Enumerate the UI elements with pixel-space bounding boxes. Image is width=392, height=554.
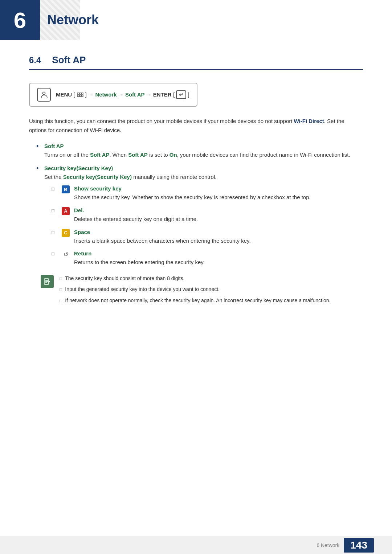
note-bullet-1: □ — [60, 275, 62, 282]
sub-label-showkey: Show security key — [74, 185, 122, 192]
svg-rect-3 — [82, 93, 83, 94]
page-footer: 6 Network 143 — [0, 536, 392, 554]
footer-text: 6 Network — [317, 542, 339, 548]
note-box: □ The security key should consist of mor… — [41, 274, 363, 307]
bullet-item-softap: Soft AP Turns on or off the Soft AP. Whe… — [36, 143, 363, 160]
sub-list: □ B Show security key Shows the security… — [52, 185, 363, 267]
enter-bracket: [ — [173, 91, 175, 98]
softap-bold2: Soft AP — [128, 152, 148, 158]
bullet-list: Soft AP Turns on or off the Soft AP. Whe… — [36, 143, 363, 308]
arrow2: → — [118, 91, 125, 98]
bullet-desc-softap: Turns on or off the Soft AP. When Soft A… — [44, 151, 363, 160]
sub-content-return: Return Returns to the screen before ente… — [74, 250, 363, 267]
note-icon — [41, 275, 54, 288]
sub-item-del: □ A Del. Deletes the entered security ke… — [52, 207, 363, 224]
on-bold: On — [170, 152, 177, 158]
svg-rect-2 — [79, 93, 81, 94]
bullet-item-securitykey: Security key(Security Key) Set the Secur… — [36, 165, 363, 307]
svg-rect-5 — [79, 95, 81, 97]
note-items: □ The security key should consist of mor… — [60, 274, 363, 307]
sub-item-return: □ ↺ Return Returns to the screen before … — [52, 250, 363, 267]
sub-desc-return: Returns to the screen before entering th… — [74, 258, 363, 267]
menu-path-box: MENU [ ] → Network → Soft AP → ENTER — [29, 83, 197, 107]
menu-icon — [37, 88, 51, 102]
sub-label-return: Return — [74, 250, 91, 257]
menu-path-text: MENU [ ] → Network → Soft AP → ENTER — [56, 90, 189, 99]
sub-content-showkey: Show security key Shows the security key… — [74, 185, 363, 202]
note-text-1: The security key should consist of more … — [65, 274, 184, 282]
chapter-title: Network — [47, 12, 99, 28]
badge-c: C — [62, 229, 70, 237]
chapter-box: 6 — [0, 0, 40, 40]
section-title: Soft AP — [52, 54, 86, 66]
sub-item-space: □ C Space Inserts a blank space between … — [52, 229, 363, 246]
softap-bold1: Soft AP — [90, 152, 110, 158]
sub-desc-showkey: Shows the security key. Whether to show … — [74, 193, 363, 202]
note-item-1: □ The security key should consist of mor… — [60, 274, 363, 282]
note-bullet-2: □ — [60, 286, 62, 293]
note-item-2: □ Input the generated security key into … — [60, 285, 363, 293]
bullet-label-securitykey: Security key(Security Key) — [44, 165, 113, 171]
note-item-3: □ If network does not operate normally, … — [60, 296, 363, 304]
bullet-label-softap: Soft AP — [44, 143, 64, 149]
enter-bracket-close: ] — [188, 91, 189, 98]
sub-content-del: Del. Deletes the entered security key on… — [74, 207, 363, 224]
badge-a: A — [62, 207, 70, 215]
badge-b: B — [62, 185, 70, 193]
menu-label: MENU — [56, 91, 72, 98]
sub-desc-space: Inserts a blank space between characters… — [74, 237, 363, 246]
sub-item-showkey: □ B Show security key Shows the security… — [52, 185, 363, 202]
note-bullet-3: □ — [60, 297, 62, 304]
sub-bullet-1: □ — [52, 186, 57, 192]
menu-network: Network — [95, 91, 117, 98]
menu-softap: Soft AP — [125, 91, 145, 98]
svg-rect-1 — [77, 93, 79, 94]
arrow1: → — [88, 91, 95, 98]
menu-bracket-open: [ — [73, 91, 75, 98]
chapter-number: 6 — [14, 7, 26, 33]
note-text-3: If network does not operate normally, ch… — [65, 296, 330, 304]
intro-text: Using this function, you can connect the… — [29, 117, 363, 135]
svg-rect-4 — [77, 95, 79, 97]
menu-grid-icon — [77, 93, 83, 98]
svg-point-0 — [43, 92, 45, 95]
seckey-bold: Security key(Security Key) — [63, 174, 132, 180]
footer-page-number: 143 — [344, 538, 374, 553]
sub-label-space: Space — [74, 229, 90, 235]
main-content: 6.4 Soft AP MENU [ — [0, 40, 392, 342]
enter-icon: ↵ — [176, 90, 186, 99]
enter-label: ENTER — [153, 91, 172, 98]
sub-label-del: Del. — [74, 207, 84, 213]
arrow3: → — [146, 91, 153, 98]
wifi-direct-highlight: Wi-Fi Direct — [294, 118, 324, 124]
sub-content-space: Space Inserts a blank space between char… — [74, 229, 363, 246]
sub-bullet-4: □ — [52, 251, 57, 257]
svg-rect-6 — [82, 95, 83, 97]
sub-desc-del: Deletes the entered security key one dig… — [74, 215, 363, 224]
section-number: 6.4 — [29, 55, 41, 65]
section-heading: 6.4 Soft AP — [29, 54, 363, 70]
menu-bracket-close: ] — [85, 91, 88, 98]
page-header: 6 Network — [0, 0, 392, 40]
return-icon: ↺ — [62, 250, 70, 258]
note-text-2: Input the generated security key into th… — [65, 285, 220, 293]
bullet-desc-securitykey: Set the Security key(Security Key) manua… — [44, 173, 363, 182]
sub-bullet-2: □ — [52, 208, 57, 213]
sub-bullet-3: □ — [52, 230, 57, 235]
